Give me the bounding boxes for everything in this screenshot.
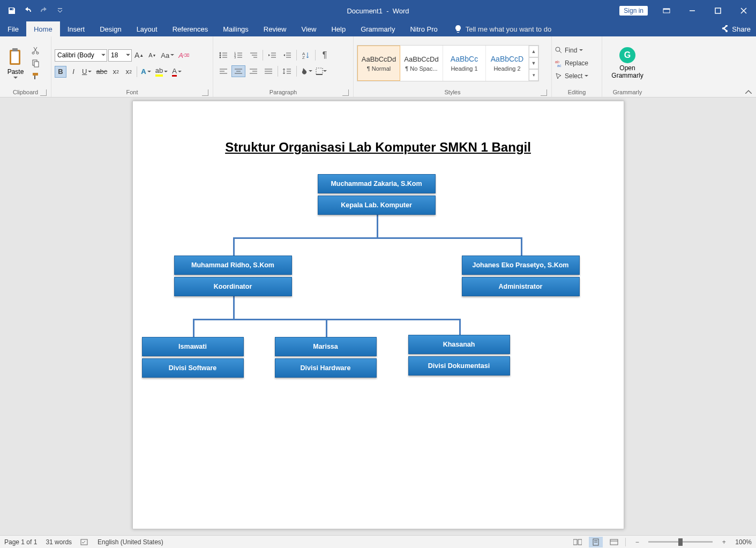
redo-icon[interactable] — [36, 3, 51, 18]
multilevel-list-icon[interactable] — [246, 49, 260, 61]
copy-icon[interactable] — [30, 58, 41, 68]
org-node-top[interactable]: Muchammad Zakaria, S.Kom Kepala Lab. Kom… — [318, 174, 436, 215]
text-effects-icon[interactable]: A — [139, 66, 152, 78]
justify-icon[interactable] — [261, 65, 275, 77]
svg-rect-50 — [316, 68, 323, 74]
scroll-up-icon[interactable]: ▲ — [529, 46, 538, 57]
zoom-in-icon[interactable]: + — [717, 537, 731, 547]
tab-references[interactable]: References — [165, 21, 215, 36]
gallery-expand-icon[interactable]: ▾ — [529, 69, 538, 81]
align-left-icon[interactable] — [216, 65, 230, 77]
zoom-level[interactable]: 100% — [735, 538, 752, 546]
decrease-indent-icon[interactable] — [265, 49, 279, 61]
ribbon-display-icon[interactable] — [654, 0, 679, 21]
shrink-font-icon[interactable]: A▼ — [146, 49, 158, 61]
underline-button[interactable]: U — [80, 66, 93, 78]
line-spacing-icon[interactable] — [280, 65, 294, 77]
org-node-hardware[interactable]: Marissa Divisi Hardware — [275, 337, 377, 378]
strikethrough-button[interactable]: abc — [94, 66, 109, 78]
org-chart[interactable]: Muchammad Zakaria, S.Kom Kepala Lab. Kom… — [171, 174, 585, 410]
print-layout-icon[interactable] — [589, 537, 603, 547]
style-heading2[interactable]: AaBbCcDHeading 2 — [486, 46, 529, 81]
svg-line-53 — [559, 51, 562, 53]
tab-insert[interactable]: Insert — [60, 21, 93, 36]
italic-button[interactable]: I — [68, 66, 79, 78]
document-canvas[interactable]: Struktur Organisasi Lab Komputer SMKN 1 … — [0, 97, 756, 535]
org-node-dokumentasi[interactable]: Khasanah Divisi Dokumentasi — [408, 335, 510, 376]
tab-home[interactable]: Home — [26, 21, 60, 36]
tab-nitropro[interactable]: Nitro Pro — [402, 21, 445, 36]
maximize-icon[interactable] — [706, 0, 730, 21]
undo-icon[interactable] — [20, 3, 35, 18]
tab-review[interactable]: Review — [256, 21, 294, 36]
tab-view[interactable]: View — [294, 21, 324, 36]
grow-font-icon[interactable]: A▲ — [133, 49, 145, 61]
style-heading1[interactable]: AaBbCcHeading 1 — [443, 46, 486, 81]
format-painter-icon[interactable] — [30, 71, 41, 81]
status-language[interactable]: English (United States) — [98, 538, 163, 546]
tab-file[interactable]: File — [0, 21, 26, 36]
status-page[interactable]: Page 1 of 1 — [4, 538, 37, 546]
open-grammarly-button[interactable]: G Open Grammarly — [606, 45, 648, 81]
borders-icon[interactable] — [314, 65, 328, 77]
share-button[interactable]: Share — [721, 21, 751, 36]
font-color-icon[interactable]: A — [170, 66, 183, 78]
increase-indent-icon[interactable] — [280, 49, 294, 61]
status-words[interactable]: 31 words — [46, 538, 72, 546]
spellcheck-icon[interactable] — [80, 538, 89, 546]
collapse-ribbon-icon[interactable] — [745, 89, 752, 94]
font-name-combo[interactable]: Calibri (Body — [55, 49, 107, 62]
find-button[interactable]: Find — [555, 45, 588, 56]
font-size-combo[interactable]: 18 — [108, 49, 132, 62]
close-icon[interactable] — [731, 0, 756, 21]
dialog-launcher-icon[interactable] — [342, 89, 349, 96]
zoom-out-icon[interactable]: − — [630, 537, 644, 547]
org-node-software[interactable]: Ismawati Divisi Software — [142, 337, 244, 378]
tab-design[interactable]: Design — [92, 21, 129, 36]
style-nospacing[interactable]: AaBbCcDd¶ No Spac... — [400, 46, 443, 81]
save-icon[interactable] — [4, 3, 19, 18]
qat-customize-icon[interactable] — [53, 3, 68, 18]
select-button[interactable]: Select — [555, 71, 588, 81]
tab-layout[interactable]: Layout — [129, 21, 165, 36]
zoom-slider[interactable] — [648, 541, 713, 543]
align-center-icon[interactable] — [231, 65, 245, 77]
bullets-icon[interactable] — [216, 49, 230, 61]
replace-button[interactable]: abacReplace — [555, 58, 588, 69]
paste-button[interactable]: Paste — [3, 48, 28, 79]
dialog-launcher-icon[interactable] — [40, 89, 47, 96]
org-node-koordinator[interactable]: Muhammad Ridho, S.Kom Koordinator — [174, 256, 292, 296]
gallery-scrollbar[interactable]: ▲▼▾ — [529, 46, 538, 81]
org-node-administrator[interactable]: Johanes Eko Prasetyo, S.Kom Administrato… — [462, 256, 580, 296]
subscript-button[interactable]: x2 — [110, 66, 122, 78]
shading-icon[interactable] — [299, 65, 313, 77]
scroll-down-icon[interactable]: ▼ — [529, 57, 538, 69]
highlight-icon[interactable]: ab — [154, 66, 169, 78]
style-normal[interactable]: AaBbCcDd¶ Normal — [357, 46, 400, 81]
tell-me-search[interactable]: Tell me what you want to do — [445, 21, 551, 36]
dialog-launcher-icon[interactable] — [202, 89, 208, 96]
group-font: Calibri (Body 18 A▲ A▼ Aa A⌫ B I U abc x… — [51, 36, 213, 97]
superscript-button[interactable]: x2 — [123, 66, 134, 78]
sort-icon[interactable]: AZ — [299, 49, 313, 61]
tab-help[interactable]: Help — [324, 21, 353, 36]
tab-grammarly[interactable]: Grammarly — [353, 21, 402, 36]
show-marks-icon[interactable]: ¶ — [318, 49, 332, 61]
svg-point-7 — [32, 52, 34, 54]
web-layout-icon[interactable] — [607, 537, 621, 547]
bold-button[interactable]: B — [55, 66, 66, 78]
align-right-icon[interactable] — [246, 65, 260, 77]
read-mode-icon[interactable] — [571, 537, 585, 547]
signin-button[interactable]: Sign in — [619, 6, 648, 16]
clear-formatting-icon[interactable]: A⌫ — [177, 49, 191, 61]
styles-gallery[interactable]: AaBbCcDd¶ Normal AaBbCcDd¶ No Spac... Aa… — [357, 45, 539, 81]
numbering-icon[interactable]: 123 — [231, 49, 245, 61]
tab-mailings[interactable]: Mailings — [215, 21, 256, 36]
minimize-icon[interactable] — [680, 0, 705, 21]
dialog-launcher-icon[interactable] — [541, 89, 547, 96]
cut-icon[interactable] — [30, 46, 41, 55]
paste-icon — [8, 48, 24, 67]
svg-rect-1 — [663, 9, 670, 10]
group-styles: AaBbCcDd¶ Normal AaBbCcDd¶ No Spac... Aa… — [354, 36, 552, 97]
change-case-icon[interactable]: Aa — [159, 49, 176, 61]
